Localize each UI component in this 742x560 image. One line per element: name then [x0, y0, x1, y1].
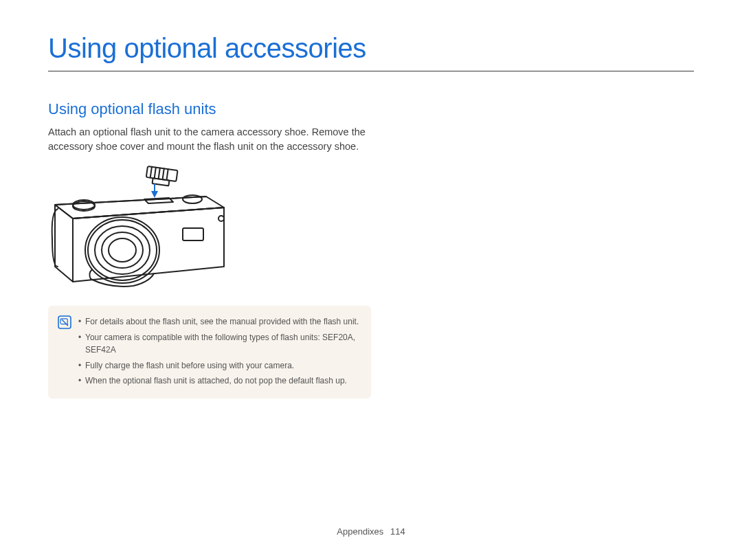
- footer-section-label: Appendixes: [337, 526, 383, 537]
- footer-page-number: 114: [390, 526, 405, 537]
- svg-line-12: [73, 208, 224, 219]
- svg-line-3: [159, 168, 160, 179]
- note-item: When the optional flash unit is attached…: [78, 374, 361, 388]
- svg-line-4: [163, 168, 164, 179]
- section-body: Attach an optional flash unit to the cam…: [48, 125, 371, 154]
- note-item: For details about the flash unit, see th…: [78, 315, 361, 328]
- camera-line-art-icon: [48, 164, 230, 291]
- note-box: For details about the flash unit, see th…: [48, 306, 371, 399]
- note-icon: [58, 315, 71, 329]
- page-content: Using optional accessories Using optiona…: [0, 0, 742, 399]
- svg-point-18: [85, 217, 159, 283]
- svg-point-20: [95, 226, 150, 274]
- svg-line-5: [166, 169, 168, 180]
- svg-line-1: [150, 167, 152, 178]
- svg-marker-10: [55, 205, 73, 282]
- section-heading: Using optional flash units: [48, 100, 371, 118]
- svg-point-22: [109, 238, 136, 262]
- svg-point-24: [218, 216, 224, 221]
- page-title: Using optional accessories: [48, 33, 694, 71]
- left-column: Using optional flash units Attach an opt…: [48, 100, 371, 399]
- svg-point-17: [183, 195, 202, 203]
- svg-point-19: [88, 220, 157, 280]
- note-item: Your camera is compatible with the follo…: [78, 331, 361, 357]
- page-footer: Appendixes 114: [0, 526, 742, 537]
- camera-illustration: [48, 164, 371, 293]
- svg-line-2: [155, 168, 156, 179]
- note-item: Fully charge the flash unit before using…: [78, 359, 361, 372]
- note-list: For details about the flash unit, see th…: [78, 315, 361, 390]
- svg-rect-23: [183, 228, 203, 240]
